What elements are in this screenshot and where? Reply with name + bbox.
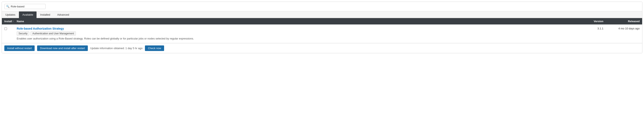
install-without-restart-button[interactable]: Install without restart — [4, 45, 35, 51]
download-and-install-button[interactable]: Download now and install after restart — [37, 45, 88, 51]
plugin-version: 3.1.1 — [582, 27, 607, 30]
tab-updates[interactable]: Updates — [2, 11, 19, 18]
update-info-text: Update information obtained: 1 day 5 hr … — [90, 47, 143, 50]
search-input-wrapper[interactable]: 🔍 — [4, 4, 46, 9]
search-bar: 🔍 — [2, 2, 642, 11]
tabs-bar: Updates Available Installed Advanced — [2, 11, 642, 18]
table-body: Role-based Authorization Strategy Securi… — [2, 24, 642, 43]
header-version: Version — [582, 20, 607, 23]
plugin-tags: Security Authentication and User Managem… — [17, 31, 582, 36]
tab-available[interactable]: Available — [19, 11, 37, 18]
header-released: Released — [607, 20, 640, 23]
plugin-name-link[interactable]: Role-based Authorization Strategy — [17, 27, 582, 30]
tag-auth[interactable]: Authentication and User Management — [30, 31, 76, 36]
tab-installed[interactable]: Installed — [37, 11, 54, 18]
table-row: Role-based Authorization Strategy Securi… — [2, 24, 642, 43]
tag-security[interactable]: Security — [17, 31, 29, 36]
plugin-description: Enables user authorization using a Role-… — [17, 37, 582, 40]
footer: Install without restart Download now and… — [2, 43, 642, 53]
header-install[interactable]: Install ↑ — [4, 20, 17, 23]
plugin-manager-panel: 🔍 Updates Available Installed Advanced I… — [2, 2, 642, 53]
search-input[interactable] — [11, 5, 44, 8]
plugin-checkbox-cell[interactable] — [4, 27, 17, 30]
sort-icon: ↑ — [13, 20, 14, 22]
plugin-info: Role-based Authorization Strategy Securi… — [17, 27, 582, 40]
check-now-button[interactable]: Check now — [145, 45, 164, 51]
plugin-checkbox[interactable] — [4, 27, 7, 30]
tab-advanced[interactable]: Advanced — [54, 11, 72, 18]
search-icon: 🔍 — [6, 5, 10, 8]
header-name: Name — [17, 20, 582, 23]
plugin-released: 4 mo 10 days ago — [607, 27, 640, 30]
table-header: Install ↑ Name Version Released — [2, 18, 642, 24]
